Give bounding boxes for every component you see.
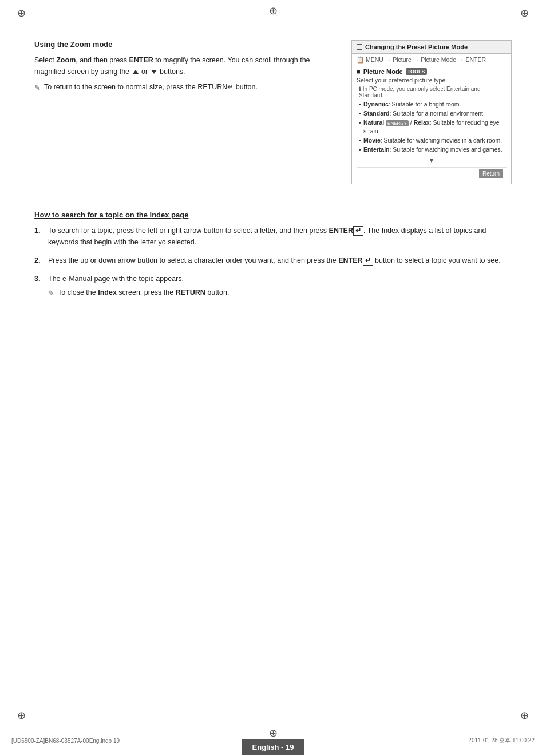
enter-sym-2: ↵ [363, 256, 373, 266]
step-3-note: ✎ To close the Index screen, press the R… [48, 287, 512, 299]
index-heading: How to search for a topic on the index p… [34, 211, 512, 219]
enter-sym-1: ↵ [353, 226, 363, 236]
section-divider [34, 199, 512, 199]
sidebar-arrow-down: ▼ [357, 155, 507, 166]
checkbox-icon [357, 44, 362, 50]
footer-english-badge: English - 19 [242, 739, 304, 755]
sidebar-box-content: ■ Picture Mode TOOLS Select your preferr… [352, 66, 511, 184]
zoom-note-text: To return to the screen to normal size, … [44, 82, 258, 93]
return-bold: RETURN [176, 288, 205, 296]
picture-mode-text: Picture Mode [363, 68, 403, 75]
footer-filename: [UD6500-ZA]BN68-03527A-00Eng.indb 19 [11, 738, 120, 744]
zoom-bold-zoom: Zoom [56, 56, 76, 64]
tools-badge: TOOLS [406, 68, 427, 75]
zoom-note: ✎ To return to the screen to normal size… [34, 82, 334, 94]
step-body-3: The e-Manual page with the topic appears… [48, 273, 512, 299]
list-item: Standard: Suitable for a normal environm… [359, 109, 507, 118]
index-section: How to search for a topic on the index p… [34, 211, 512, 299]
page-container: Using the Zoom mode Select Zoom, and the… [0, 0, 546, 756]
footer-crosshair: ⊕ [242, 727, 304, 739]
arrow-down-icon [151, 70, 157, 74]
index-step-1: 1. To search for a topic, press the left… [34, 225, 512, 248]
sidebar-list: Dynamic: Suitable for a bright room. Sta… [357, 100, 507, 155]
sidebar-pc-note: ℹ In PC mode, you can only select Entert… [357, 86, 507, 98]
index-bold: Index [98, 288, 117, 296]
zoom-note-return: RETURN [197, 83, 227, 91]
index-step-3: 3. The e-Manual page with the topic appe… [34, 273, 512, 299]
list-item: Natural ENERGY / Relax: Suitable for red… [359, 118, 507, 137]
sidebar-return-btn-container: Return [357, 167, 507, 180]
list-item: Entertain: Suitable for watching movies … [359, 145, 507, 155]
step-number-2: 2. [34, 255, 43, 266]
note-icon: ✎ [34, 82, 41, 94]
step-number-1: 1. [34, 225, 43, 248]
zoom-body: Select Zoom, and then press ENTER to mag… [34, 54, 334, 77]
zoom-bold-enter: ENTER [129, 56, 153, 64]
step-number-3: 3. [34, 273, 43, 299]
step-body-2: Press the up or down arrow button to sel… [48, 255, 512, 266]
return-sym: ↵ [227, 83, 234, 91]
index-step-2: 2. Press the up or down arrow button to … [34, 255, 512, 266]
page-footer: [UD6500-ZA]BN68-03527A-00Eng.indb 19 ⊕ E… [0, 725, 546, 756]
zoom-section: Using the Zoom mode Select Zoom, and the… [34, 40, 512, 184]
step-note-text: To close the Index screen, press the RET… [58, 287, 229, 298]
sidebar-menu-path: 📋 MENU → Picture → Picture Mode → ENTER [352, 54, 511, 66]
picture-mode-label: ■ Picture Mode TOOLS [357, 68, 507, 75]
arrow-up-icon [133, 70, 139, 74]
footer-timestamp: 2011-01-28 오후 11:00:22 [468, 737, 535, 745]
enter-key-1: ENTER [329, 227, 353, 235]
index-steps: 1. To search for a topic, press the left… [34, 225, 512, 299]
sidebar-box-header: Changing the Preset Picture Mode [352, 41, 511, 54]
sidebar-title: Changing the Preset Picture Mode [365, 43, 468, 50]
step-note-icon: ✎ [48, 288, 54, 299]
step-body-1: To search for a topic, press the left or… [48, 225, 512, 248]
sidebar-select-text: Select your preferred picture type. [357, 77, 507, 84]
list-item: Movie: Suitable for watching movies in a… [359, 136, 507, 145]
return-button[interactable]: Return [479, 169, 503, 178]
zoom-heading: Using the Zoom mode [34, 40, 334, 49]
zoom-section-left: Using the Zoom mode Select Zoom, and the… [34, 40, 334, 184]
enter-key-2: ENTER [338, 256, 362, 264]
sidebar-box: Changing the Preset Picture Mode 📋 MENU … [351, 40, 512, 184]
footer-center: ⊕ English - 19 [242, 727, 304, 755]
list-item: Dynamic: Suitable for a bright room. [359, 100, 507, 109]
